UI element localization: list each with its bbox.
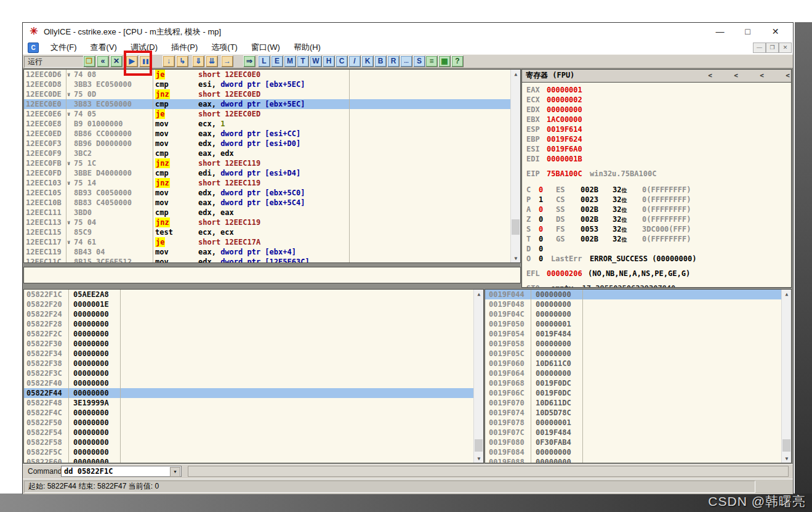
menu-item[interactable]: 选项(T) [204, 40, 244, 54]
stack-row[interactable]: 0019F05C00000000 [485, 349, 782, 359]
registers-pane[interactable]: 寄存器 (FPU) <<<< EAX00000001ECX00000002EDX… [521, 69, 792, 288]
menu-item[interactable]: 文件(F) [44, 40, 84, 54]
register-row[interactable]: EBX1AC00000 [522, 115, 791, 124]
menu-item[interactable]: 窗口(W) [244, 40, 287, 54]
maximize-button[interactable]: □ [734, 23, 762, 40]
register-row[interactable]: EBP0019F624 [522, 134, 791, 144]
unfold-button[interactable]: < [731, 71, 741, 80]
stack-row[interactable]: 0019F06400000000 [485, 368, 782, 378]
disasm-row[interactable]: 12EEC117∨74 61jeshort 12EEC17A [24, 237, 510, 247]
disasm-row[interactable]: 12EEC1058B93 C0050000movedx, dword ptr [… [24, 188, 510, 198]
stack-row[interactable]: 0019F07C0019F484 [485, 428, 782, 437]
dump-row[interactable]: 05822F5C00000000 [24, 447, 475, 457]
flag-row[interactable]: P1CS002332位0(FFFFFFFF) [522, 195, 791, 205]
stack-row[interactable]: 0019F0680019F0DC [485, 378, 782, 388]
column-divider[interactable] [153, 70, 153, 262]
flag-row[interactable]: A0SS002B32位0(FFFFFFFF) [522, 205, 791, 214]
column-divider[interactable] [531, 290, 531, 463]
efl-row[interactable]: EFL00000206(NO,NB,NE,A,NS,PE,GE,G) [522, 269, 791, 278]
toolbar-letter-button-L[interactable]: L [258, 55, 270, 67]
disasm-row[interactable]: 12EEC0DE∨75 0Djnzshort 12EEC0ED [24, 89, 510, 99]
dump-row[interactable]: 05822F2800000000 [24, 319, 475, 329]
unfold-button[interactable]: < [783, 71, 792, 80]
eip-row[interactable]: EIP75BA100Cwin32u.75BA100C [522, 169, 791, 179]
scrollbar-thumb[interactable] [475, 439, 483, 452]
toolbar-letter-button-W[interactable]: W [310, 55, 322, 67]
mdi-minimize-button[interactable]: — [753, 43, 766, 53]
column-divider[interactable] [120, 290, 121, 463]
disasm-row[interactable]: 12EEC113∨75 04jnzshort 12EEC119 [24, 217, 510, 227]
scroll-down-icon[interactable]: ▼ [511, 254, 521, 263]
column-divider[interactable] [582, 290, 583, 463]
dump-row[interactable]: 05822F3000000000 [24, 339, 475, 349]
stack-scrollbar[interactable]: ▲ ▼ [781, 290, 792, 463]
menu-item[interactable]: 查看(V) [84, 40, 124, 54]
stack-row[interactable]: 0019F06010D611C0 [485, 359, 782, 368]
stack-row[interactable]: 0019F05000000001 [485, 319, 782, 329]
stack-row[interactable]: 0019F08800000000 [485, 457, 782, 463]
flag-row[interactable]: D0 [522, 244, 791, 254]
stack-row[interactable]: 0019F04C00000000 [485, 309, 782, 319]
stack-row[interactable]: 0019F05800000000 [485, 339, 782, 349]
mdi-restore-button[interactable]: ❐ [766, 43, 779, 53]
dump-row[interactable]: 05822F3C00000000 [24, 368, 475, 378]
toolbar-letter-button-K[interactable]: K [361, 55, 374, 67]
dump-row[interactable]: 05822F483E19999A [24, 398, 475, 408]
trace-over-button[interactable]: ⇊ [206, 55, 218, 67]
column-divider[interactable] [68, 290, 69, 463]
title-bar[interactable]: ✳ OllyICE - cstrike.exe - [CPU - m主线程, 模… [23, 23, 793, 40]
restart-button[interactable]: « [97, 55, 109, 67]
disasm-row[interactable]: 12EEC0E8B9 01000000movecx, 1 [24, 119, 510, 129]
scroll-down-icon[interactable]: ▼ [782, 454, 792, 463]
stack-row[interactable]: 0019F0540019F484 [485, 329, 782, 339]
dump-scrollbar[interactable]: ▲ ▼ [473, 290, 484, 463]
log-window-button[interactable]: ≡ [425, 55, 438, 67]
disasm-row[interactable]: 12EEC0FD3BBE D4000000cmpedi, dword ptr [… [24, 168, 510, 178]
mdi-close-button[interactable]: ✕ [779, 43, 792, 53]
st0-row[interactable]: ST0empty -17.395502506329307840 [522, 283, 791, 288]
stack-row[interactable]: 0019F06C0019F0DC [485, 388, 782, 398]
dropdown-arrow-icon[interactable]: ▼ [170, 467, 180, 477]
flag-row[interactable]: Z0DS002B32位0(FFFFFFFF) [522, 214, 791, 224]
dump-row[interactable]: 05822F1C05AEE2A8 [24, 290, 475, 299]
dump-row[interactable]: 05822F4C00000000 [24, 408, 475, 418]
toolbar-letter-button-E[interactable]: E [271, 55, 283, 67]
disassembly-pane[interactable]: 12EEC0D6∨74 08jeshort 12EEC0E012EEC0D83B… [23, 69, 521, 263]
flag-row[interactable]: S0FS005332位3DC000(FFF) [522, 224, 791, 234]
register-row[interactable]: EAX00000001 [522, 85, 791, 95]
help-button[interactable]: ? [451, 55, 464, 67]
unfold-button[interactable]: < [705, 71, 715, 80]
register-row[interactable]: EDI0000001B [522, 154, 791, 164]
stack-row[interactable]: 0019F0800F30FAB4 [485, 437, 782, 447]
stack-row[interactable]: 0019F04400000000 [485, 290, 782, 299]
open-file-button[interactable]: ❒ [83, 55, 95, 67]
stack-row[interactable]: 0019F07410D5D78C [485, 408, 782, 418]
trace-into-button[interactable]: ⇓ [192, 55, 204, 67]
disasm-row[interactable]: 12EEC103∨75 14jnzshort 12EEC119 [24, 178, 510, 188]
flag-row[interactable]: T0GS002B32位0(FFFFFFFF) [522, 234, 791, 244]
info-pane[interactable] [23, 267, 521, 283]
flag-row[interactable]: C0ES002B32位0(FFFFFFFF) [522, 185, 791, 195]
dump-row[interactable]: 05822F4400000000 [24, 388, 475, 398]
appearance-button[interactable]: ▦ [438, 55, 451, 67]
close-program-button[interactable]: ✕ [110, 55, 123, 67]
register-row[interactable]: ECX00000002 [522, 95, 791, 105]
scrollbar-thumb[interactable] [782, 439, 790, 452]
column-divider[interactable] [66, 70, 66, 262]
disasm-scrollbar[interactable]: ▲ ▼ [510, 70, 521, 263]
command-input[interactable]: dd 05822F1C ▼ [61, 466, 182, 477]
stack-pane[interactable]: 0019F044000000000019F048000000000019F04C… [484, 289, 792, 463]
disasm-row[interactable]: 12EEC0D83BB3 EC050000cmpesi, dword ptr [… [24, 79, 510, 89]
scroll-down-icon[interactable]: ▼ [474, 454, 484, 463]
dump-row[interactable]: 05822F5000000000 [24, 418, 475, 428]
register-row[interactable]: EDX00000000 [522, 105, 791, 115]
disasm-row[interactable]: 12EEC10B8B83 C4050000moveax, dword ptr [… [24, 198, 510, 208]
unfold-button[interactable]: < [757, 71, 766, 80]
disasm-row[interactable]: 12EEC0F93BC2cmpeax, edx [24, 148, 510, 158]
stack-row[interactable]: 0019F07010D611DC [485, 398, 782, 408]
toolbar-letter-button-C[interactable]: C [336, 55, 348, 67]
menu-item[interactable]: 帮助(H) [287, 40, 328, 54]
scroll-up-icon[interactable]: ▲ [511, 70, 521, 79]
toolbar-letter-button-R[interactable]: R [387, 55, 400, 67]
mdi-document-icon[interactable]: C [28, 43, 39, 53]
